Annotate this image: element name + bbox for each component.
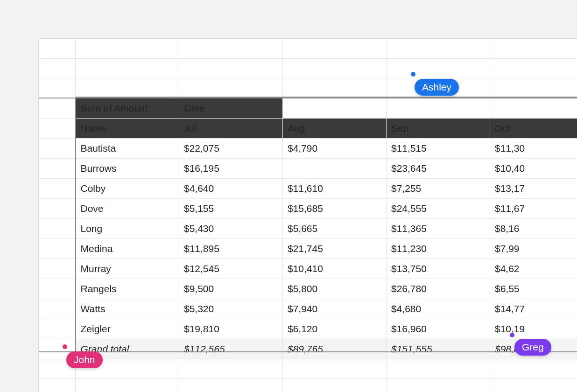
table-row[interactable]: Rangels$9,500$5,800$26,780$6,55: [39, 279, 577, 299]
cell[interactable]: $8,16: [490, 218, 577, 238]
cell[interactable]: $5,155: [179, 198, 283, 218]
cell[interactable]: $11,895: [179, 238, 283, 259]
cell[interactable]: $11,610: [283, 178, 387, 198]
cell[interactable]: $24,555: [387, 198, 490, 218]
cursor-dot-greg: [510, 333, 514, 337]
table-row[interactable]: Burrows$16,195$23,645$10,40: [39, 158, 577, 178]
cell[interactable]: $10,40: [490, 158, 577, 178]
table-row[interactable]: Long$5,430$5,665$11,365$8,16: [39, 218, 577, 238]
row-name[interactable]: Rangels: [76, 279, 179, 299]
cell[interactable]: $4,790: [283, 138, 387, 158]
cell[interactable]: $6,120: [283, 319, 387, 339]
table-row[interactable]: Medina$11,895$21,745$11,230$7,99: [39, 238, 577, 259]
table-row[interactable]: Colby$4,640$11,610$7,255$13,17: [39, 178, 577, 198]
cell[interactable]: $23,645: [387, 158, 490, 178]
cell[interactable]: [283, 158, 387, 178]
row-name[interactable]: Watts: [76, 299, 179, 319]
row-name[interactable]: Murray: [76, 259, 179, 279]
cell[interactable]: $7,940: [283, 299, 387, 319]
collab-pill-ashley: Ashley: [415, 79, 459, 96]
cell[interactable]: $11,67: [490, 198, 577, 218]
total-cell[interactable]: $112,565: [179, 339, 283, 359]
grid-row[interactable]: [39, 378, 577, 392]
cursor-dot-ashley: [411, 72, 415, 77]
row-name[interactable]: Medina: [76, 238, 179, 259]
cell[interactable]: $19,810: [179, 319, 283, 339]
cell[interactable]: $12,545: [179, 259, 283, 279]
cell[interactable]: $11,365: [387, 218, 490, 238]
cell[interactable]: $4,640: [179, 178, 283, 198]
pivot-date-label[interactable]: Date: [179, 98, 283, 119]
row-name[interactable]: Colby: [76, 178, 179, 198]
cell[interactable]: $16,195: [179, 158, 283, 178]
cell[interactable]: $9,500: [179, 279, 283, 299]
cell[interactable]: $10,410: [283, 259, 387, 279]
month-header[interactable]: Aug: [283, 118, 387, 138]
cell[interactable]: $4,62: [490, 259, 577, 279]
cell[interactable]: $11,230: [387, 238, 490, 259]
cell[interactable]: $26,780: [387, 279, 490, 299]
table-row[interactable]: Watts$5,320$7,940$4,680$14,77: [39, 299, 577, 319]
total-cell[interactable]: $89,765: [283, 339, 387, 359]
cell[interactable]: $13,17: [490, 178, 577, 198]
spreadsheet-grid[interactable]: Sum of Amount Date Name Jul Aug Sep Oct …: [39, 39, 577, 392]
spreadsheet-canvas[interactable]: Sum of Amount Date Name Jul Aug Sep Oct …: [38, 38, 577, 392]
cell[interactable]: $14,77: [490, 299, 577, 319]
pivot-column-header-row[interactable]: Name Jul Aug Sep Oct: [39, 118, 577, 138]
grid-row[interactable]: [39, 39, 577, 59]
table-row[interactable]: Dove$5,155$15,685$24,555$11,67: [39, 198, 577, 218]
pivot-name-label[interactable]: Name: [76, 118, 179, 138]
pivot-corner-label[interactable]: Sum of Amount: [76, 98, 179, 119]
cell[interactable]: $11,515: [387, 138, 490, 158]
row-name[interactable]: Dove: [76, 198, 179, 218]
cell[interactable]: $6,55: [490, 279, 577, 299]
cell[interactable]: $5,320: [179, 299, 283, 319]
month-header[interactable]: Oct: [490, 118, 577, 138]
cell[interactable]: $5,800: [283, 279, 387, 299]
cell[interactable]: $13,750: [387, 259, 490, 279]
total-cell[interactable]: $151,555: [387, 339, 490, 359]
cell[interactable]: $10,19: [490, 319, 577, 339]
month-header[interactable]: Sep: [387, 118, 490, 138]
cell[interactable]: $11,30: [490, 138, 577, 158]
cell[interactable]: $4,680: [387, 299, 490, 319]
cursor-dot-john: [63, 344, 67, 349]
cell[interactable]: $16,960: [387, 319, 490, 339]
cell[interactable]: $22,075: [179, 138, 283, 158]
grand-total-row[interactable]: Grand total $112,565 $89,765 $151,555 $9…: [39, 339, 577, 359]
cell[interactable]: $7,255: [387, 178, 490, 198]
cell[interactable]: $5,430: [179, 218, 283, 238]
pivot-header-row[interactable]: Sum of Amount Date: [39, 98, 577, 119]
collab-pill-greg: Greg: [514, 339, 551, 356]
cell[interactable]: $15,685: [283, 198, 387, 218]
grid-row[interactable]: [39, 59, 577, 78]
cell[interactable]: $5,665: [283, 218, 387, 238]
table-row[interactable]: Zeigler$19,810$6,120$16,960$10,19: [39, 319, 577, 339]
table-row[interactable]: Murray$12,545$10,410$13,750$4,62: [39, 259, 577, 279]
month-header[interactable]: Jul: [179, 118, 283, 138]
grid-row[interactable]: [39, 359, 577, 378]
row-name[interactable]: Zeigler: [76, 319, 179, 339]
cell[interactable]: $7,99: [490, 238, 577, 259]
collab-pill-john: John: [66, 351, 103, 368]
row-name[interactable]: Burrows: [76, 158, 179, 178]
cell[interactable]: $21,745: [283, 238, 387, 259]
grid-row[interactable]: [39, 78, 577, 98]
row-name[interactable]: Long: [76, 218, 179, 238]
table-row[interactable]: Bautista$22,075$4,790$11,515$11,30: [39, 138, 577, 158]
row-name[interactable]: Bautista: [76, 138, 179, 158]
